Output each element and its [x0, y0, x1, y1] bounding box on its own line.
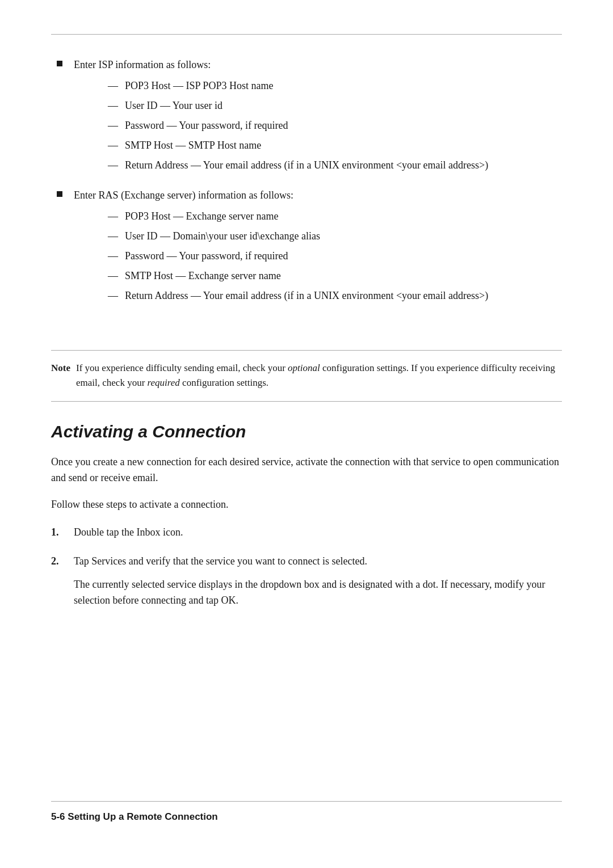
- isp-item-password: Password — Your password, if required: [125, 118, 488, 133]
- isp-item-userid: User ID — Your user id: [125, 98, 488, 113]
- footer-divider: [51, 801, 562, 802]
- step-2: 2. Tap Services and verify that the serv…: [51, 553, 562, 609]
- note-content: Note If you experience difficulty sendin…: [51, 361, 562, 391]
- step-1: 1. Double tap the Inbox icon.: [51, 524, 562, 541]
- note-text: If you experience difficulty sending ema…: [76, 361, 562, 391]
- list-item: — Return Address — Your email address (i…: [108, 158, 488, 173]
- steps-list: 1. Double tap the Inbox icon. 2. Tap Ser…: [51, 524, 562, 609]
- step-2-content: Tap Services and verify that the service…: [74, 553, 562, 609]
- ras-item-userid: User ID — Domain\your user id\exchange a…: [125, 229, 488, 244]
- em-dash-icon: —: [108, 78, 118, 94]
- isp-item-smtp: SMTP Host — SMTP Host name: [125, 138, 488, 153]
- ras-bullet-text: Enter RAS (Exchange server) information …: [74, 189, 293, 201]
- list-item: — User ID — Your user id: [108, 98, 488, 113]
- ras-sub-list: — POP3 Host — Exchange server name — Use…: [108, 209, 488, 304]
- step-2-text: Tap Services and verify that the service…: [74, 553, 562, 570]
- isp-bullet-text: Enter ISP information as follows:: [74, 59, 211, 70]
- em-dash-icon: —: [108, 268, 118, 284]
- footer-area: 5-6 Setting Up a Remote Connection: [51, 784, 562, 823]
- step-1-text: Double tap the Inbox icon.: [74, 524, 562, 541]
- em-dash-icon: —: [108, 118, 118, 133]
- isp-item-pop3: POP3 Host — ISP POP3 Host name: [125, 78, 488, 94]
- ras-bullet-item: Enter RAS (Exchange server) information …: [51, 188, 562, 309]
- note-box: Note If you experience difficulty sendin…: [51, 350, 562, 402]
- top-divider: [51, 34, 562, 35]
- em-dash-icon: —: [108, 138, 118, 153]
- list-item: — POP3 Host — ISP POP3 Host name: [108, 78, 488, 94]
- list-item: — SMTP Host — Exchange server name: [108, 268, 488, 284]
- list-item: — POP3 Host — Exchange server name: [108, 209, 488, 224]
- activating-section: Activating a Connection Once you create …: [51, 422, 562, 622]
- note-label: Note: [51, 361, 70, 376]
- ras-item-password: Password — Your password, if required: [125, 248, 488, 264]
- list-item: — Password — Your password, if required: [108, 118, 488, 133]
- em-dash-icon: —: [108, 158, 118, 173]
- step-1-content: Double tap the Inbox icon.: [74, 524, 562, 541]
- em-dash-icon: —: [108, 248, 118, 264]
- step-2-subtext: The currently selected service displays …: [74, 576, 562, 609]
- intro-paragraph-2: Follow these steps to activate a connect…: [51, 496, 562, 513]
- list-item: — User ID — Domain\your user id\exchange…: [108, 229, 488, 244]
- step-1-number: 1.: [51, 524, 74, 541]
- isp-sub-list: — POP3 Host — ISP POP3 Host name — User …: [108, 78, 488, 173]
- em-dash-icon: —: [108, 98, 118, 113]
- ras-item-smtp: SMTP Host — Exchange server name: [125, 268, 488, 284]
- bullet-square-icon: [57, 61, 62, 66]
- bullet-square-icon: [57, 191, 62, 197]
- isp-item-return: Return Address — Your email address (if …: [125, 158, 488, 173]
- list-item: — SMTP Host — SMTP Host name: [108, 138, 488, 153]
- intro-paragraph-1: Once you create a new connection for eac…: [51, 454, 562, 487]
- list-item: — Return Address — Your email address (i…: [108, 288, 488, 304]
- isp-bullet-item: Enter ISP information as follows: — POP3…: [51, 57, 562, 179]
- em-dash-icon: —: [108, 209, 118, 224]
- isp-section: Enter ISP information as follows: — POP3…: [51, 57, 562, 318]
- section-heading: Activating a Connection: [51, 422, 562, 441]
- footer-text: 5-6 Setting Up a Remote Connection: [51, 811, 218, 822]
- list-item: — Password — Your password, if required: [108, 248, 488, 264]
- em-dash-icon: —: [108, 229, 118, 244]
- ras-item-return: Return Address — Your email address (if …: [125, 288, 488, 304]
- ras-item-pop3: POP3 Host — Exchange server name: [125, 209, 488, 224]
- em-dash-icon: —: [108, 288, 118, 304]
- step-2-number: 2.: [51, 553, 74, 570]
